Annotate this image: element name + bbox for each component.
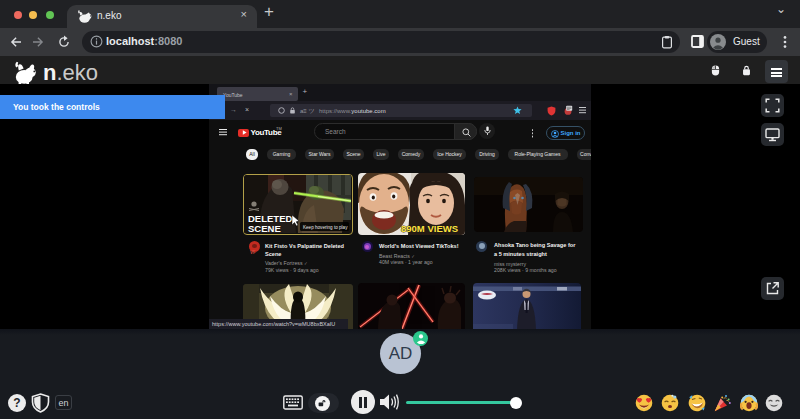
svg-text:890M VIEWS: 890M VIEWS (401, 223, 458, 234)
svg-text:SCENE: SCENE (248, 223, 281, 234)
svg-text:Keep hovering to play: Keep hovering to play (303, 225, 348, 230)
